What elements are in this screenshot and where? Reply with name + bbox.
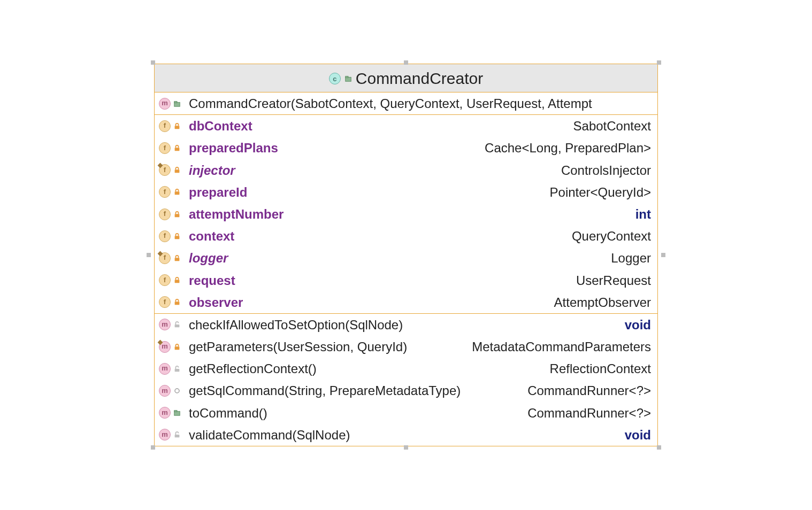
svg-rect-8 [175, 214, 180, 217]
open-visibility-icon [173, 430, 181, 439]
member-type: Cache<Long, PreparedPlan> [485, 140, 651, 156]
svg-rect-14 [175, 346, 180, 350]
method-icon: m [159, 98, 171, 110]
member-icons: m [159, 341, 186, 353]
open-visibility-icon [173, 320, 181, 329]
uml-class-diagram[interactable]: c CommandCreator mCommandCreator(SabotCo… [154, 64, 658, 446]
class-box[interactable]: c CommandCreator mCommandCreator(SabotCo… [154, 64, 658, 446]
member-name: CommandCreator(SabotContext, QueryContex… [189, 95, 592, 112]
svg-rect-3 [174, 101, 177, 103]
member-row[interactable]: mcheckIfAllowedToSetOption(SqlNode)void [155, 313, 657, 336]
svg-rect-5 [175, 148, 180, 151]
member-row[interactable]: mgetSqlCommand(String, PrepareMetadataTy… [155, 380, 657, 401]
member-row[interactable]: floggerLogger [155, 247, 657, 269]
member-name: observer [189, 294, 243, 311]
member-name: request [189, 272, 235, 289]
lock-visibility-icon [173, 276, 181, 284]
open-visibility-icon [173, 365, 181, 373]
lock-visibility-icon [173, 254, 181, 262]
member-icons: m [159, 98, 186, 110]
member-icons: f [159, 274, 186, 286]
class-name: CommandCreator [356, 69, 483, 88]
lock-visibility-icon [173, 343, 181, 351]
member-row[interactable]: fprepareIdPointer<QueryId> [155, 181, 657, 203]
method-icon: m [159, 385, 171, 397]
member-row[interactable]: fobserverAttemptObserver [155, 291, 657, 313]
resize-handle[interactable] [404, 60, 408, 65]
member-name: context [189, 228, 234, 244]
field-icon: f [159, 252, 171, 264]
lock-visibility-icon [173, 232, 181, 241]
resize-handle[interactable] [147, 253, 151, 257]
package-visibility-icon [344, 74, 353, 83]
member-row[interactable]: frequestUserRequest [155, 269, 657, 291]
member-row[interactable]: fdbContextSabotContext [155, 114, 657, 137]
member-list: mCommandCreator(SabotContext, QueryConte… [155, 92, 657, 446]
member-name: checkIfAllowedToSetOption(SqlNode) [189, 316, 403, 333]
member-type: int [635, 206, 651, 222]
member-row[interactable]: fattemptNumberint [155, 203, 657, 225]
member-row[interactable]: fpreparedPlansCache<Long, PreparedPlan> [155, 137, 657, 159]
member-type: void [625, 427, 651, 443]
svg-rect-4 [175, 126, 180, 129]
member-type: Logger [611, 250, 651, 266]
svg-rect-10 [175, 258, 180, 261]
member-type: CommandRunner<?> [527, 405, 651, 421]
member-icons: f [159, 252, 186, 264]
svg-rect-11 [175, 280, 180, 283]
member-row[interactable]: mtoCommand()CommandRunner<?> [155, 402, 657, 424]
member-name: toCommand() [189, 405, 267, 421]
svg-rect-19 [175, 435, 180, 437]
member-type: SabotContext [573, 118, 651, 134]
field-icon: f [159, 164, 171, 176]
member-row[interactable]: mvalidateCommand(SqlNode)void [155, 424, 657, 446]
member-row[interactable]: fcontextQueryContext [155, 225, 657, 247]
method-icon: m [159, 363, 171, 375]
member-name: logger [189, 250, 228, 266]
member-type: UserRequest [576, 272, 651, 289]
package-visibility-icon [173, 408, 181, 417]
field-icon: f [159, 208, 171, 220]
resize-handle[interactable] [657, 445, 661, 450]
resize-handle[interactable] [661, 253, 665, 257]
member-row[interactable]: mCommandCreator(SabotContext, QueryConte… [155, 92, 657, 114]
member-row[interactable]: mgetParameters(UserSession, QueryId)Meta… [155, 336, 657, 358]
member-type: QueryContext [572, 228, 651, 244]
field-icon: f [159, 186, 171, 198]
field-icon: f [159, 230, 171, 242]
field-icon: f [159, 296, 171, 308]
svg-rect-1 [346, 76, 348, 78]
svg-rect-15 [175, 369, 180, 372]
field-icon: f [159, 274, 171, 286]
member-icons: f [159, 164, 186, 176]
package-visibility-icon [173, 99, 181, 108]
field-icon: f [159, 120, 171, 132]
member-name: validateCommand(SqlNode) [189, 427, 350, 443]
member-name: getReflectionContext() [189, 360, 317, 377]
member-name: prepareId [189, 184, 247, 200]
member-icons: f [159, 296, 186, 308]
member-type: MetadataCommandParameters [472, 338, 651, 355]
field-icon: f [159, 142, 171, 154]
member-type: ControlsInjector [561, 162, 651, 179]
member-icons: f [159, 120, 186, 132]
method-icon: m [159, 429, 171, 441]
member-type: AttemptObserver [554, 294, 651, 311]
resize-handle[interactable] [151, 445, 155, 450]
svg-point-16 [175, 389, 179, 393]
circle-visibility-icon [173, 387, 181, 395]
svg-rect-9 [175, 236, 180, 239]
member-icons: f [159, 142, 186, 154]
member-row[interactable]: mgetReflectionContext()ReflectionContext [155, 358, 657, 380]
member-icons: f [159, 230, 186, 242]
member-row[interactable]: finjectorControlsInjector [155, 159, 657, 181]
member-icons: m [159, 319, 186, 330]
member-name: preparedPlans [189, 140, 278, 156]
class-icon: c [329, 73, 341, 84]
svg-rect-6 [175, 169, 180, 173]
resize-handle[interactable] [151, 60, 155, 65]
member-icons: m [159, 429, 186, 441]
resize-handle[interactable] [404, 445, 408, 450]
resize-handle[interactable] [657, 60, 661, 65]
member-name: getSqlCommand(String, PrepareMetadataTyp… [189, 382, 461, 399]
